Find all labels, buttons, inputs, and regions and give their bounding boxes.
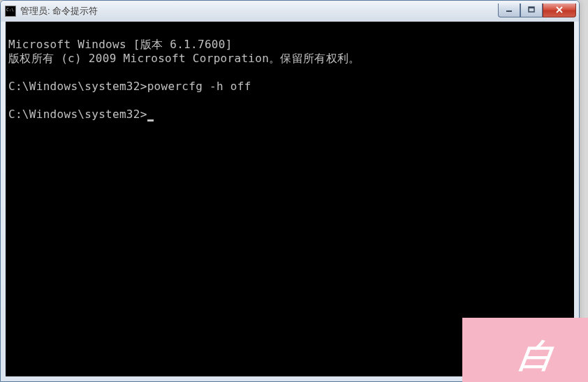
watermark-text: 白 — [517, 334, 557, 379]
window-title: 管理员: 命令提示符 — [20, 5, 498, 17]
svg-rect-0 — [506, 10, 512, 12]
watermark-overlay: 白 — [462, 318, 588, 382]
version-line: Microsoft Windows [版本 6.1.7600] — [8, 38, 233, 51]
cmd-icon — [5, 6, 16, 17]
maximize-icon — [527, 6, 536, 13]
terminal-output: Microsoft Windows [版本 6.1.7600] 版权所有 (c)… — [6, 22, 574, 138]
close-icon — [555, 6, 564, 13]
close-button[interactable] — [543, 3, 576, 17]
copyright-line: 版权所有 (c) 2009 Microsoft Corporation。保留所有… — [8, 52, 360, 65]
maximize-button[interactable] — [520, 3, 543, 17]
minimize-icon — [505, 6, 513, 13]
minimize-button[interactable] — [498, 3, 520, 17]
cursor — [147, 119, 154, 122]
prompt: C:\Windows\system32> — [8, 108, 147, 121]
command-text: powercfg -h off — [147, 80, 251, 93]
svg-rect-2 — [529, 7, 534, 8]
window-controls — [498, 3, 576, 17]
titlebar[interactable]: 管理员: 命令提示符 — [1, 1, 579, 22]
prompt: C:\Windows\system32> — [8, 80, 147, 93]
